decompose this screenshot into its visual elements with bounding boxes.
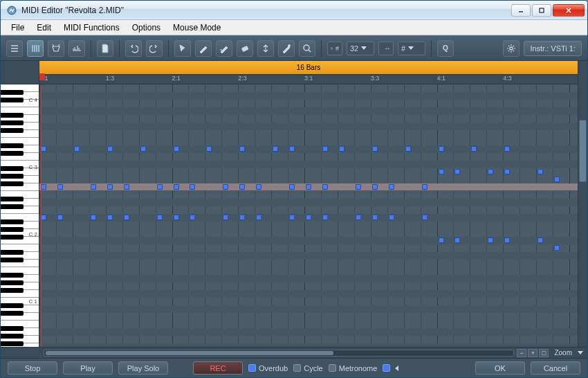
midi-note[interactable] [405, 146, 411, 152]
event-list-button[interactable] [6, 40, 23, 57]
draw-tool[interactable] [195, 40, 212, 57]
ok-button[interactable]: OK [475, 361, 525, 375]
midi-note[interactable] [306, 215, 311, 220]
midi-note[interactable] [289, 146, 295, 152]
midi-note[interactable] [107, 184, 113, 190]
play-button[interactable]: Play [63, 361, 113, 375]
midi-note[interactable] [422, 184, 428, 190]
zoom-tool[interactable] [299, 40, 315, 57]
midi-note[interactable] [107, 146, 113, 152]
zoom-menu[interactable] [578, 351, 583, 354]
midi-note[interactable] [107, 215, 113, 220]
midi-note[interactable] [174, 146, 179, 152]
midi-note[interactable] [422, 215, 428, 220]
midi-note[interactable] [239, 215, 245, 220]
midi-note[interactable] [439, 169, 444, 174]
midi-note[interactable] [157, 184, 163, 190]
midi-note[interactable] [372, 146, 378, 152]
midi-note[interactable] [174, 215, 179, 220]
hscroll-thumb[interactable] [46, 351, 333, 355]
midi-note[interactable] [174, 184, 179, 190]
piano-keyboard[interactable]: C 4C 3C 2C 1 [1, 84, 39, 347]
midi-note[interactable] [239, 146, 245, 152]
titlebar[interactable]: MIDI Editor "Revolta 2.MID" [1, 1, 587, 20]
midi-note[interactable] [439, 146, 444, 152]
midi-note[interactable] [190, 215, 195, 220]
midi-note[interactable] [41, 184, 46, 190]
controller-button[interactable] [68, 40, 85, 57]
pattern-draw-tool[interactable] [216, 40, 232, 57]
midi-note[interactable] [91, 215, 96, 220]
menu-edit[interactable]: Edit [30, 21, 57, 34]
midi-note[interactable] [223, 215, 228, 220]
horizontal-scrollbar[interactable] [44, 350, 514, 357]
midi-note[interactable] [273, 146, 278, 152]
midi-note[interactable] [389, 184, 394, 190]
overdub-checkbox[interactable]: Overdub [248, 364, 288, 372]
note-grid[interactable] [39, 84, 578, 347]
midi-note[interactable] [289, 215, 295, 220]
midi-note[interactable] [41, 146, 46, 152]
midi-note[interactable] [206, 146, 212, 152]
midi-note[interactable] [306, 184, 311, 190]
midi-note[interactable] [538, 169, 543, 174]
midi-note[interactable] [488, 237, 493, 243]
midi-note[interactable] [289, 184, 295, 190]
midi-note[interactable] [157, 215, 163, 220]
quantize-apply-button[interactable]: Q [437, 40, 454, 57]
midi-note[interactable] [339, 146, 344, 152]
midi-note[interactable] [504, 169, 510, 174]
vscroll-thumb[interactable] [579, 120, 587, 182]
mute-tool[interactable] [278, 40, 295, 57]
record-button[interactable]: REC [193, 361, 243, 375]
loop-to-start-checkbox[interactable] [383, 364, 401, 372]
piano-roll-button[interactable] [27, 40, 44, 57]
midi-note[interactable] [74, 146, 80, 152]
midi-note[interactable] [190, 184, 195, 190]
midi-note[interactable] [322, 215, 328, 220]
midi-note[interactable] [372, 184, 378, 190]
midi-note[interactable] [57, 215, 63, 220]
instrument-select[interactable]: Instr.: VSTi 1: [524, 41, 582, 56]
play-solo-button[interactable]: Play Solo [118, 361, 168, 375]
zoom-fit-button[interactable]: □ [539, 349, 549, 357]
quantize-lock[interactable]: # [327, 42, 342, 55]
midi-note[interactable] [124, 184, 129, 190]
menu-midi-functions[interactable]: MIDI Functions [57, 21, 126, 34]
vertical-scrollbar[interactable] [578, 61, 587, 347]
midi-note[interactable] [372, 215, 378, 220]
menu-mouse-mode[interactable]: Mouse Mode [167, 21, 227, 34]
midi-note[interactable] [124, 215, 129, 220]
maximize-button[interactable] [532, 4, 551, 17]
midi-note[interactable] [256, 184, 261, 190]
midi-note[interactable] [439, 237, 444, 243]
stop-button[interactable]: Stop [8, 361, 57, 375]
settings-button[interactable] [503, 40, 520, 57]
midi-note[interactable] [356, 184, 361, 190]
midi-note[interactable] [454, 237, 460, 243]
midi-note[interactable] [256, 215, 261, 220]
midi-note[interactable] [239, 184, 245, 190]
quantize-select[interactable]: 32 [347, 42, 374, 55]
zoom-out-button[interactable]: − [517, 349, 526, 357]
midi-note[interactable] [57, 184, 63, 190]
midi-note[interactable] [554, 245, 560, 251]
zoom-in-button[interactable]: + [528, 349, 538, 357]
menu-file[interactable]: File [5, 21, 30, 34]
loop-region[interactable]: 16 Bars [39, 61, 578, 75]
midi-note[interactable] [471, 146, 477, 152]
midi-note[interactable] [454, 169, 460, 174]
midi-note[interactable] [504, 146, 510, 152]
menu-options[interactable]: Options [126, 21, 167, 34]
undo-button[interactable] [125, 40, 142, 57]
drum-editor-button[interactable] [48, 40, 64, 57]
midi-note[interactable] [322, 146, 328, 152]
midi-note[interactable] [488, 169, 493, 174]
erase-tool[interactable] [237, 40, 253, 57]
midi-note[interactable] [389, 215, 394, 220]
midi-note[interactable] [322, 184, 328, 190]
new-button[interactable] [97, 40, 113, 57]
metronome-checkbox[interactable]: Metronome [329, 364, 378, 372]
redo-button[interactable] [146, 40, 163, 57]
velocity-tool[interactable] [257, 40, 274, 57]
